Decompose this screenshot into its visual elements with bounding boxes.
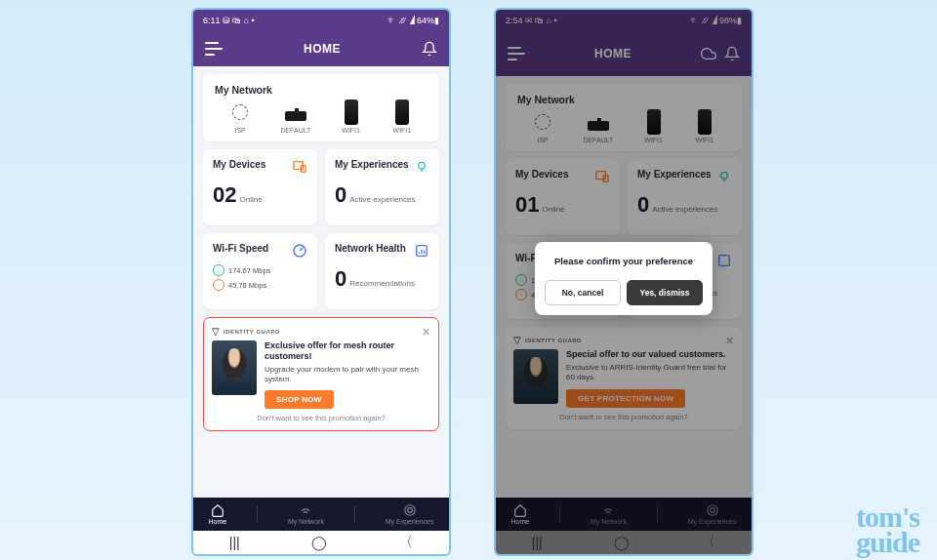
- dismiss-button[interactable]: Yes, dismiss: [627, 280, 703, 305]
- wifi-icon: [299, 503, 312, 517]
- status-time: 6:11: [203, 16, 221, 25]
- recents-button[interactable]: |||: [229, 535, 240, 550]
- speed-icon: [292, 243, 307, 259]
- confirm-dialog: Please confirm your preference No, cance…: [535, 242, 713, 315]
- phone-left: 6:11⛁ 🛍 ⌂ • ᯤ ⫻ ◢64%▮ HOME My Network IS…: [191, 8, 451, 556]
- my-network-card[interactable]: My Network ISP DEFAULT Wifi1 Wifi1: [203, 74, 439, 141]
- bulb-icon: [414, 159, 429, 175]
- home-icon: [211, 503, 224, 517]
- status-battery: 64%▮: [417, 16, 439, 25]
- status-left-icons: ⛁ 🛍 ⌂ •: [223, 16, 255, 25]
- page-title: HOME: [223, 42, 422, 56]
- my-devices-tile[interactable]: My Devices 02Online: [203, 149, 317, 225]
- my-experiences-tile[interactable]: My Experiences 0Active experiences: [325, 149, 439, 225]
- home-button[interactable]: ◯: [311, 535, 327, 550]
- wifi-speed-tile[interactable]: Wi-Fi Speed ↓174.67 Mbps ↑45.78 Mbps: [203, 233, 317, 309]
- bottom-nav: Home My Network My Experiences: [193, 498, 449, 531]
- app-header: HOME: [193, 31, 449, 66]
- network-health-tile[interactable]: Network Health 0Recommendations: [325, 233, 439, 309]
- svg-point-6: [407, 508, 412, 513]
- target-icon: [403, 503, 417, 517]
- status-right-icons: ᯤ ⫻ ◢: [387, 16, 415, 25]
- shop-now-button[interactable]: SHOP NOW: [265, 390, 334, 409]
- shield-icon: ▽: [212, 326, 220, 337]
- health-icon: [414, 243, 429, 259]
- devices-icon: [292, 159, 307, 175]
- cancel-button[interactable]: No, cancel: [545, 280, 621, 305]
- menu-icon[interactable]: [205, 42, 223, 56]
- upload-icon: ↑: [213, 279, 224, 291]
- back-button[interactable]: 〈: [399, 534, 413, 551]
- content-area: My Network ISP DEFAULT Wifi1 Wifi1 My De…: [193, 66, 449, 498]
- promo-image: [212, 340, 257, 395]
- status-bar: 6:11⛁ 🛍 ⌂ • ᯤ ⫻ ◢64%▮: [193, 10, 449, 31]
- promo-banner: ▽IDENTITY GUARD ✕ Exclusive offer for me…: [203, 317, 439, 431]
- card-title: My Network: [215, 84, 428, 96]
- close-icon[interactable]: ✕: [422, 326, 430, 339]
- extender-icon: [395, 100, 409, 125]
- dismiss-link[interactable]: Don't want to see this promotion again?: [212, 414, 430, 422]
- system-nav: ||| ◯ 〈: [193, 531, 449, 554]
- download-icon: ↓: [213, 264, 224, 276]
- svg-point-5: [404, 505, 415, 516]
- nav-network[interactable]: My Network: [288, 503, 324, 525]
- router-icon: [285, 111, 306, 121]
- nav-experiences[interactable]: My Experiences: [386, 503, 434, 525]
- bell-icon[interactable]: [422, 41, 437, 57]
- isp-icon: [232, 104, 248, 120]
- extender-icon: [345, 100, 358, 125]
- dialog-title: Please confirm your preference: [545, 256, 703, 266]
- watermark: tom's guide: [856, 504, 919, 554]
- svg-point-2: [419, 162, 426, 169]
- nav-home[interactable]: Home: [208, 503, 226, 525]
- phone-right: 2:54✉ 🛍 ⌂ • ᯤ ⫻ ◢98%▮ HOME My Network IS…: [494, 8, 754, 556]
